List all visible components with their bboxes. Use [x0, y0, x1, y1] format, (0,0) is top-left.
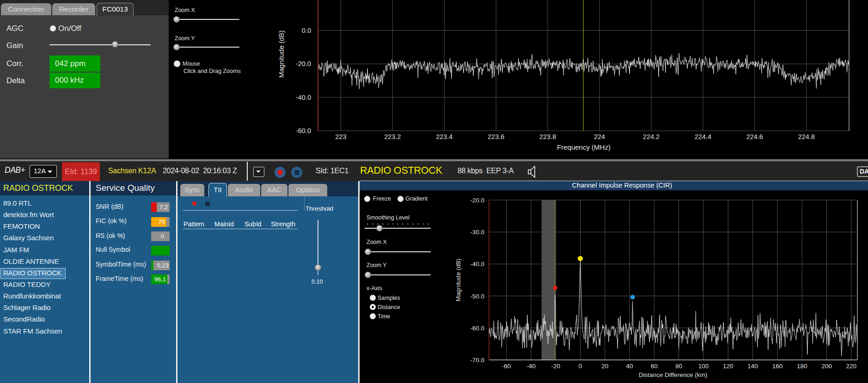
svg-text:200: 200 [821, 363, 832, 370]
svg-text:80: 80 [675, 363, 682, 370]
svg-text:140: 140 [747, 363, 758, 370]
svg-text:120: 120 [723, 363, 734, 370]
svg-text:-70.0: -70.0 [470, 357, 484, 364]
svg-text:-40.0: -40.0 [470, 261, 484, 267]
svg-text:-60.0: -60.0 [470, 325, 484, 332]
svg-text:-20.0: -20.0 [470, 197, 484, 204]
svg-text:-60: -60 [502, 363, 511, 370]
svg-text:-30.0: -30.0 [470, 229, 484, 236]
svg-text:Distance Difference (km): Distance Difference (km) [639, 371, 707, 378]
svg-text:60: 60 [651, 363, 658, 370]
svg-text:20: 20 [601, 363, 608, 370]
svg-text:160: 160 [772, 363, 783, 370]
svg-text:Magnitude (dB): Magnitude (dB) [455, 259, 462, 301]
svg-text:180: 180 [797, 363, 807, 370]
svg-text:0: 0 [579, 363, 582, 370]
svg-text:-20: -20 [551, 363, 560, 370]
svg-text:40: 40 [626, 363, 633, 370]
svg-text:-50.0: -50.0 [470, 293, 484, 300]
svg-text:100: 100 [698, 363, 709, 370]
svg-text:220: 220 [846, 363, 857, 370]
svg-text:-40: -40 [526, 363, 536, 370]
